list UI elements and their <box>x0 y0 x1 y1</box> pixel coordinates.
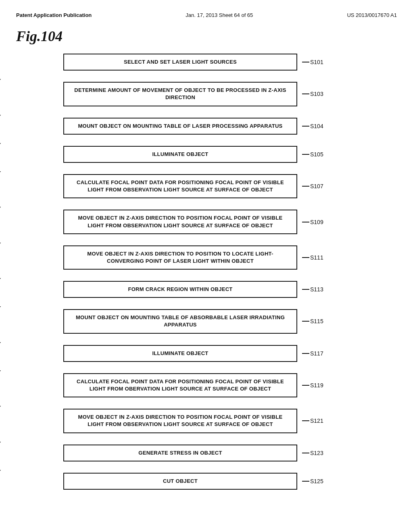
step-box-s113: FORM CRACK REGION WITHIN OBJECT <box>63 281 297 298</box>
step-label-s121: S121 <box>302 418 350 424</box>
step-box-s109: MOVE OBJECT IN Z-AXIS DIRECTION TO POSIT… <box>63 210 297 234</box>
step-box-s123: GENERATE STRESS IN OBJECT <box>63 445 297 461</box>
arrow-s103 <box>24 106 389 115</box>
flowchart: SELECT AND SET LASER LIGHT SOURCESS101DE… <box>16 54 397 490</box>
label-spacer-s125: S125 <box>297 478 350 484</box>
step-box-s125: CUT OBJECT <box>63 473 297 490</box>
step-label-s111: S111 <box>302 254 350 261</box>
label-spacer-s123: S123 <box>297 450 350 456</box>
step-box-s105: ILLUMINATE OBJECT <box>63 146 297 163</box>
step-label-s115: S115 <box>302 318 350 324</box>
step-label-s113: S113 <box>302 286 350 293</box>
header-patent-number: US 2013/0017670 A1 <box>347 12 397 18</box>
step-row-s117: ILLUMINATE OBJECTS117 <box>24 345 389 362</box>
label-spacer-s101: S101 <box>297 59 350 65</box>
step-label-s119: S119 <box>302 382 350 389</box>
box-container-s109: MOVE OBJECT IN Z-AXIS DIRECTION TO POSIT… <box>24 210 389 234</box>
box-container-s123: GENERATE STRESS IN OBJECTS123 <box>24 445 389 461</box>
step-label-s104: S104 <box>302 123 350 129</box>
step-box-s104: MOUNT OBJECT ON MOUNTING TABLE OF LASER … <box>63 118 297 135</box>
step-label-s117: S117 <box>302 350 350 357</box>
step-row-s125: CUT OBJECTS125 <box>24 473 389 490</box>
step-box-s101: SELECT AND SET LASER LIGHT SOURCES <box>63 54 297 71</box>
step-box-s115: MOUNT OBJECT ON MOUNTING TABLE OF ABSORB… <box>63 309 297 333</box>
label-spacer-s113: S113 <box>297 286 350 293</box>
box-container-s101: SELECT AND SET LASER LIGHT SOURCESS101 <box>24 54 389 71</box>
label-spacer-s117: S117 <box>297 350 350 357</box>
box-container-s111: MOVE OBJECT IN Z-AXIS DIRECTION TO POSIT… <box>24 245 389 270</box>
step-row-s119: CALCULATE FOCAL POINT DATA FOR POSITIONI… <box>24 373 389 397</box>
label-spacer-s105: S105 <box>297 151 350 158</box>
arrow-s107 <box>24 198 389 207</box>
arrow-s117 <box>24 362 389 371</box>
step-box-s117: ILLUMINATE OBJECT <box>63 345 297 362</box>
label-spacer-s107: S107 <box>297 183 350 189</box>
step-row-s113: FORM CRACK REGION WITHIN OBJECTS113 <box>24 281 389 298</box>
label-spacer-s121: S121 <box>297 418 350 424</box>
step-box-s119: CALCULATE FOCAL POINT DATA FOR POSITIONI… <box>63 373 297 397</box>
step-row-s109: MOVE OBJECT IN Z-AXIS DIRECTION TO POSIT… <box>24 210 389 234</box>
arrow-s104 <box>24 135 389 143</box>
box-container-s125: CUT OBJECTS125 <box>24 473 389 490</box>
arrow-s115 <box>24 334 389 343</box>
box-container-s115: MOUNT OBJECT ON MOUNTING TABLE OF ABSORB… <box>24 309 389 333</box>
box-container-s107: CALCULATE FOCAL POINT DATA FOR POSITIONI… <box>24 174 389 198</box>
arrow-s113 <box>24 298 389 307</box>
step-row-s103: DETERMINE AMOUNT OF MOVEMENT OF OBJECT T… <box>24 82 389 106</box>
label-spacer-s104: S104 <box>297 123 350 129</box>
step-label-s101: S101 <box>302 59 350 65</box>
step-row-s101: SELECT AND SET LASER LIGHT SOURCESS101 <box>24 54 389 71</box>
step-box-s107: CALCULATE FOCAL POINT DATA FOR POSITIONI… <box>63 174 297 198</box>
step-label-s107: S107 <box>302 183 350 189</box>
step-row-s115: MOUNT OBJECT ON MOUNTING TABLE OF ABSORB… <box>24 309 389 333</box>
arrow-s123 <box>24 461 389 470</box>
box-container-s119: CALCULATE FOCAL POINT DATA FOR POSITIONI… <box>24 373 389 397</box>
arrow-s109 <box>24 234 389 243</box>
header-date: Jan. 17, 2013 Sheet 64 of 65 <box>186 12 253 18</box>
step-row-s107: CALCULATE FOCAL POINT DATA FOR POSITIONI… <box>24 174 389 198</box>
step-row-s104: MOUNT OBJECT ON MOUNTING TABLE OF LASER … <box>24 118 389 135</box>
arrow-s121 <box>24 433 389 442</box>
header-publication: Patent Application Publication <box>16 12 92 18</box>
box-container-s113: FORM CRACK REGION WITHIN OBJECTS113 <box>24 281 389 298</box>
box-container-s104: MOUNT OBJECT ON MOUNTING TABLE OF LASER … <box>24 118 389 135</box>
arrow-s111 <box>24 270 389 278</box>
arrow-s101 <box>24 71 389 79</box>
step-box-s103: DETERMINE AMOUNT OF MOVEMENT OF OBJECT T… <box>63 82 297 106</box>
box-container-s105: ILLUMINATE OBJECTS105 <box>24 146 389 163</box>
figure-title: Fig.104 <box>16 28 397 45</box>
arrow-s119 <box>24 397 389 406</box>
step-box-s111: MOVE OBJECT IN Z-AXIS DIRECTION TO POSIT… <box>63 245 297 270</box>
label-spacer-s115: S115 <box>297 318 350 324</box>
box-container-s117: ILLUMINATE OBJECTS117 <box>24 345 389 362</box>
step-label-s125: S125 <box>302 478 350 484</box>
step-label-s103: S103 <box>302 91 350 97</box>
label-spacer-s109: S109 <box>297 219 350 225</box>
label-spacer-s111: S111 <box>297 254 350 261</box>
step-row-s111: MOVE OBJECT IN Z-AXIS DIRECTION TO POSIT… <box>24 245 389 270</box>
patent-page: Patent Application Publication Jan. 17, … <box>0 0 413 532</box>
box-container-s121: MOVE OBJECT IN Z-AXIS DIRECTION TO POSIT… <box>24 409 389 433</box>
step-row-s105: ILLUMINATE OBJECTS105 <box>24 146 389 163</box>
page-header: Patent Application Publication Jan. 17, … <box>16 12 397 21</box>
step-row-s123: GENERATE STRESS IN OBJECTS123 <box>24 445 389 461</box>
label-spacer-s103: S103 <box>297 91 350 97</box>
step-label-s109: S109 <box>302 219 350 225</box>
step-box-s121: MOVE OBJECT IN Z-AXIS DIRECTION TO POSIT… <box>63 409 297 433</box>
box-container-s103: DETERMINE AMOUNT OF MOVEMENT OF OBJECT T… <box>24 82 389 106</box>
label-spacer-s119: S119 <box>297 382 350 389</box>
step-row-s121: MOVE OBJECT IN Z-AXIS DIRECTION TO POSIT… <box>24 409 389 433</box>
arrow-s105 <box>24 163 389 172</box>
step-label-s105: S105 <box>302 151 350 158</box>
step-label-s123: S123 <box>302 450 350 456</box>
